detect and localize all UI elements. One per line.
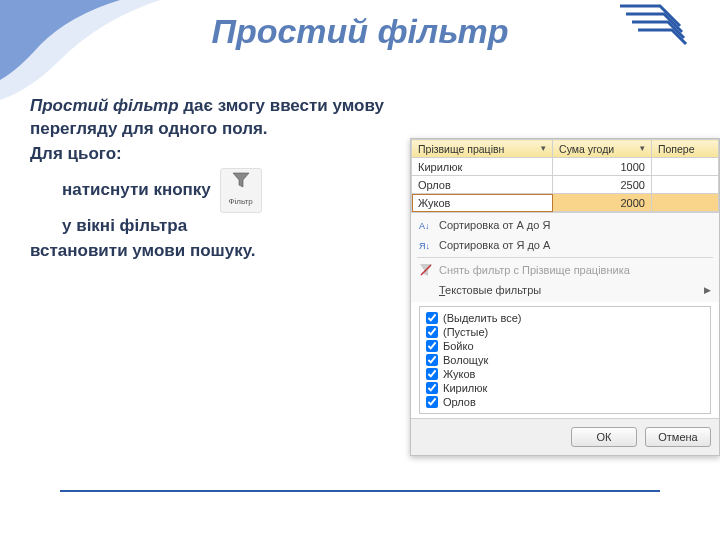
filter-button-label: Фільтр bbox=[228, 197, 252, 206]
check-item[interactable]: (Пустые) bbox=[426, 325, 704, 339]
checkbox[interactable] bbox=[426, 382, 438, 394]
data-table: Прізвище працівн ▾ Сума угоди ▾ Попере К… bbox=[411, 139, 719, 212]
checkbox[interactable] bbox=[426, 396, 438, 408]
filter-menu: А↓ Сортировка от А до Я Я↓ Сортировка от… bbox=[411, 212, 719, 302]
intro-emphasis: Простий фільтр bbox=[30, 96, 179, 115]
chevron-down-icon[interactable]: ▾ bbox=[541, 143, 546, 153]
ok-button[interactable]: ОК bbox=[571, 427, 637, 447]
table-row[interactable]: Жуков2000 bbox=[412, 194, 719, 212]
submenu-arrow-icon: ▶ bbox=[704, 285, 711, 295]
step-press: натиснути кнопку bbox=[62, 180, 211, 199]
funnel-icon bbox=[232, 172, 250, 188]
menu-separator bbox=[417, 257, 713, 258]
slide-title: Простий фільтр bbox=[0, 0, 720, 51]
footer-rule bbox=[60, 490, 660, 492]
sort-desc-icon: Я↓ bbox=[419, 238, 433, 252]
slide-body: Простий фільтр дає змогу ввести умову пе… bbox=[30, 95, 420, 265]
check-item[interactable]: Бойко bbox=[426, 339, 704, 353]
checkbox[interactable] bbox=[426, 312, 438, 324]
filter-button[interactable]: Фільтр bbox=[220, 168, 262, 213]
table-row[interactable]: Орлов2500 bbox=[412, 176, 719, 194]
svg-text:А↓: А↓ bbox=[419, 221, 430, 231]
check-item[interactable]: Кирилюк bbox=[426, 381, 704, 395]
step-window: у вікні фільтра bbox=[30, 215, 420, 238]
text-filters-label: екстовые фильтры bbox=[445, 284, 541, 296]
cancel-button[interactable]: Отмена bbox=[645, 427, 711, 447]
filter-values-list: (Выделить все) (Пустые) Бойко Волощук Жу… bbox=[419, 306, 711, 414]
col-header-prev[interactable]: Попере bbox=[651, 140, 718, 158]
check-item[interactable]: Орлов bbox=[426, 395, 704, 409]
checkbox[interactable] bbox=[426, 354, 438, 366]
sort-desc-item[interactable]: Я↓ Сортировка от Я до А bbox=[411, 235, 719, 255]
check-item[interactable]: (Выделить все) bbox=[426, 311, 704, 325]
col-header-sum[interactable]: Сума угоди ▾ bbox=[553, 140, 652, 158]
sort-asc-icon: А↓ bbox=[419, 218, 433, 232]
checkbox[interactable] bbox=[426, 340, 438, 352]
step-intro: Для цього: bbox=[30, 143, 420, 166]
chevron-down-icon[interactable]: ▾ bbox=[640, 143, 645, 153]
checkbox[interactable] bbox=[426, 326, 438, 338]
sort-asc-item[interactable]: А↓ Сортировка от А до Я bbox=[411, 215, 719, 235]
clear-filter-icon bbox=[419, 263, 433, 277]
step-conditions: встановити умови пошуку. bbox=[30, 240, 420, 263]
clear-filter-item: Снять фильтр с Прізвище працівника bbox=[411, 260, 719, 280]
checkbox[interactable] bbox=[426, 368, 438, 380]
check-item[interactable]: Жуков bbox=[426, 367, 704, 381]
dialog-buttons: ОК Отмена bbox=[411, 418, 719, 455]
table-row[interactable]: Кирилюк1000 bbox=[412, 158, 719, 176]
svg-text:Я↓: Я↓ bbox=[419, 241, 430, 251]
col-header-name[interactable]: Прізвище працівн ▾ bbox=[412, 140, 553, 158]
text-filters-item[interactable]: Текстовые фильтры ▶ bbox=[411, 280, 719, 300]
check-item[interactable]: Волощук bbox=[426, 353, 704, 367]
access-filter-panel: Прізвище працівн ▾ Сума угоди ▾ Попере К… bbox=[410, 138, 720, 456]
